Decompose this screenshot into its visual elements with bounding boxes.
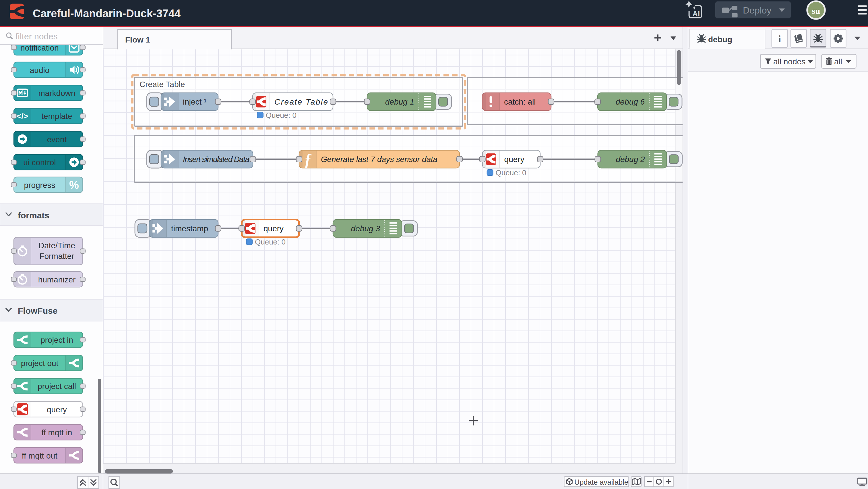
- svg-text:debug 2: debug 2: [616, 154, 645, 164]
- svg-text:Careful-Mandarin-Duck-3744: Careful-Mandarin-Duck-3744: [33, 7, 181, 20]
- svg-text:query: query: [504, 154, 524, 164]
- svg-text:debug 6: debug 6: [616, 97, 645, 106]
- svg-text:project out: project out: [21, 359, 59, 368]
- svg-text:debug: debug: [708, 35, 732, 44]
- svg-text:Generate last 7 days sensor da: Generate last 7 days sensor data: [321, 154, 437, 164]
- svg-text:%: %: [69, 179, 79, 191]
- svg-text:debug 3: debug 3: [351, 224, 380, 233]
- svg-text:Date/Time: Date/Time: [38, 241, 75, 250]
- svg-text:Update available: Update available: [575, 478, 628, 486]
- svg-text:Create Table: Create Table: [274, 97, 328, 106]
- svg-text:Deploy: Deploy: [743, 5, 772, 16]
- svg-text:Formatter: Formatter: [39, 252, 74, 261]
- svg-text:Insert simulated Data: Insert simulated Data: [183, 154, 249, 164]
- svg-text:ui control: ui control: [23, 158, 56, 167]
- svg-text:Create Table: Create Table: [140, 80, 185, 88]
- svg-text:template: template: [41, 112, 72, 121]
- svg-text:query: query: [47, 405, 67, 414]
- svg-text:query: query: [264, 224, 284, 233]
- svg-text:Flow 1: Flow 1: [125, 35, 150, 44]
- svg-text:all nodes: all nodes: [773, 57, 805, 66]
- svg-text:filter nodes: filter nodes: [16, 32, 58, 41]
- svg-text:Queue: 0: Queue: 0: [255, 237, 286, 246]
- svg-text:project in: project in: [40, 336, 73, 344]
- svg-text:ff mqtt out: ff mqtt out: [22, 451, 57, 460]
- svg-text:FlowFuse: FlowFuse: [18, 306, 57, 315]
- svg-text:humanizer: humanizer: [38, 275, 76, 284]
- svg-text:su: su: [812, 6, 820, 16]
- svg-text:timestamp: timestamp: [171, 224, 208, 233]
- svg-text:notification: notification: [20, 45, 59, 52]
- svg-text:debug 1: debug 1: [385, 97, 414, 106]
- svg-text:event: event: [47, 135, 67, 144]
- svg-text:catch: all: catch: all: [504, 97, 536, 106]
- svg-text:all: all: [834, 57, 842, 66]
- svg-text:formats: formats: [18, 210, 50, 220]
- svg-text:inject ¹: inject ¹: [183, 97, 206, 106]
- svg-text:Queue: 0: Queue: 0: [266, 111, 297, 119]
- svg-text:markdown: markdown: [38, 89, 75, 98]
- svg-text:audio: audio: [30, 66, 50, 75]
- svg-text:project call: project call: [38, 382, 76, 391]
- svg-text:i: i: [778, 34, 781, 44]
- svg-text:ff mqtt in: ff mqtt in: [42, 428, 72, 437]
- svg-text:progress: progress: [24, 181, 55, 190]
- svg-text:AI: AI: [692, 9, 700, 18]
- svg-text:Queue: 0: Queue: 0: [496, 168, 526, 177]
- svg-text:</>: </>: [17, 112, 28, 121]
